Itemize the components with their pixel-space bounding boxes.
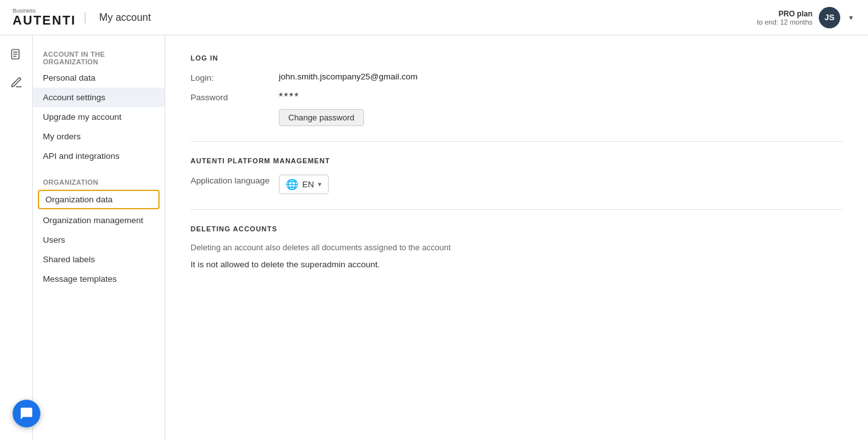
section-divider-1 [191,141,843,142]
page-title: My account [99,12,151,23]
documents-icon[interactable] [10,48,23,64]
sidebar: Account in the organization Personal dat… [33,35,165,440]
sidebar-item-my-orders[interactable]: My orders [33,127,165,146]
header-right: PRO plan to end: 12 months JS ▾ [757,7,855,28]
logo-text: AUTENTI [13,14,76,26]
sidebar-item-upgrade[interactable]: Upgrade my account [33,107,165,127]
header-left: Business AUTENTI | My account [13,8,151,26]
header: Business AUTENTI | My account PRO plan t… [0,0,868,35]
sidebar-item-shared-labels[interactable]: Shared labels [33,250,165,269]
sidebar-section-account-label: Account in the organization [33,45,165,68]
sidebar-item-personal-data[interactable]: Personal data [33,68,165,88]
avatar: JS [819,7,840,28]
language-field-row: Application language 🌐 EN ▾ [191,175,843,194]
sign-icon[interactable] [10,76,23,92]
language-dropdown[interactable]: 🌐 EN ▾ [279,175,329,194]
login-field-row: Login: john.smith.jscompany25@gmail.com [191,72,843,83]
language-code: EN [302,180,314,189]
password-label: Password [191,91,279,102]
logo: Business AUTENTI [13,8,76,26]
delete-notice: It is not allowed to delete the superadm… [191,260,843,269]
change-password-button[interactable]: Change password [279,109,364,126]
sidebar-item-account-settings[interactable]: Account settings [33,88,165,107]
chevron-down-icon: ▾ [318,180,322,188]
sidebar-item-api-integrations[interactable]: API and integrations [33,146,165,166]
section-divider-2 [191,209,843,210]
sidebar-item-org-data[interactable]: Organization data [38,190,160,209]
sidebar-item-message-templates[interactable]: Message templates [33,269,165,289]
body-layout: Account in the organization Personal dat… [0,35,868,440]
delete-section-title: DELETING ACCOUNTS [191,225,843,233]
app-language-label: Application language [191,175,279,185]
sidebar-section-org-label: Organization [33,173,165,188]
main-content: LOG IN Login: john.smith.jscompany25@gma… [165,35,868,440]
login-value: john.smith.jscompany25@gmail.com [279,72,418,81]
sidebar-item-users[interactable]: Users [33,230,165,250]
password-value: **** [279,91,364,103]
plan-name: PRO plan [757,9,812,18]
platform-section-title: AUTENTI PLATFORM MANAGEMENT [191,157,843,165]
login-section-title: LOG IN [191,54,843,62]
sidebar-item-org-management[interactable]: Organization management [33,211,165,230]
plan-duration: to end: 12 months [757,18,812,26]
icon-strip [0,35,33,440]
password-field-row: Password **** Change password [191,91,843,126]
chat-button[interactable] [13,400,40,427]
globe-icon: 🌐 [286,178,298,190]
delete-description: Deleting an account also deletes all doc… [191,243,843,252]
account-menu-button[interactable]: ▾ [847,11,855,25]
plan-info: PRO plan to end: 12 months [757,9,812,26]
login-label: Login: [191,72,279,83]
